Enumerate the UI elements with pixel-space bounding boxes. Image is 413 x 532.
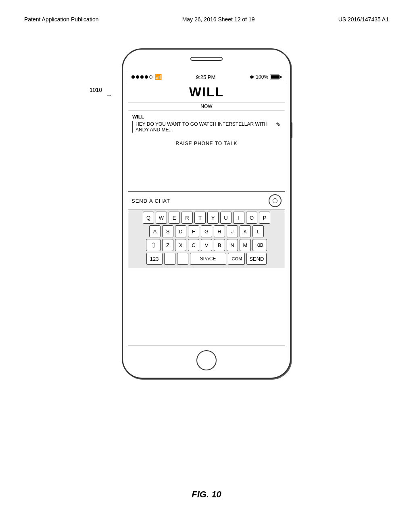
key-m[interactable]: M	[240, 239, 251, 251]
key-b[interactable]: B	[214, 239, 225, 251]
send-chat-input[interactable]: SEND A CHAT	[131, 198, 265, 204]
status-bar: 📶 9:25 PM ✱ 100%	[128, 72, 285, 82]
battery-percent: 100%	[256, 74, 268, 80]
message-area: WILL HEY DO YOU WANT TO GO WATCH INTERST…	[128, 111, 285, 191]
pencil-icon: ✎	[276, 121, 281, 128]
key-l[interactable]: L	[252, 225, 264, 237]
key-d[interactable]: D	[175, 225, 186, 237]
key-s[interactable]: S	[162, 225, 173, 237]
bluetooth-icon: ✱	[250, 74, 254, 80]
keyboard-row-1: Q W E R T Y U I O P	[130, 212, 283, 224]
message-sender: WILL	[132, 114, 281, 120]
key-a[interactable]: A	[149, 225, 161, 237]
key-123[interactable]: 123	[146, 253, 163, 265]
key-c[interactable]: C	[188, 239, 199, 251]
key-k[interactable]: K	[240, 225, 251, 237]
key-o[interactable]: O	[246, 212, 257, 224]
wifi-icon: 📶	[155, 74, 162, 80]
key-x[interactable]: X	[175, 239, 186, 251]
signal-dot-5	[149, 75, 152, 79]
circle-icon	[273, 198, 277, 203]
message-text: HEY DO YOU WANT TO GO WATCH INTERSTELLAR…	[136, 121, 281, 133]
key-blank-1[interactable]	[164, 253, 175, 265]
key-com[interactable]: .COM	[228, 253, 245, 265]
key-e[interactable]: E	[169, 212, 180, 224]
keyboard: Q W E R T Y U I O P A S D F G	[128, 210, 285, 268]
keyboard-row-4: 123 SPACE .COM SEND	[130, 253, 283, 265]
key-w[interactable]: W	[156, 212, 167, 224]
key-f[interactable]: F	[188, 225, 199, 237]
status-bar-right: ✱ 100%	[250, 74, 282, 80]
key-v[interactable]: V	[201, 239, 212, 251]
key-shift[interactable]: ⇧	[146, 239, 161, 251]
signal-dot-3	[140, 75, 144, 79]
key-t[interactable]: T	[194, 212, 206, 224]
annotation-arrow: →	[106, 92, 112, 99]
side-button[interactable]	[290, 122, 292, 138]
key-n[interactable]: N	[227, 239, 238, 251]
patent-header-center: May 26, 2016 Sheet 12 of 19	[182, 16, 255, 23]
patent-header-right: US 2016/147435 A1	[338, 16, 389, 23]
key-u[interactable]: U	[220, 212, 232, 224]
key-z[interactable]: Z	[162, 239, 173, 251]
home-button[interactable]	[196, 350, 217, 370]
keyboard-row-3: ⇧ Z X C V B N M ⌫	[130, 239, 283, 251]
key-q[interactable]: Q	[143, 212, 154, 224]
signal-dot-2	[136, 75, 139, 79]
key-send[interactable]: SEND	[246, 253, 267, 265]
signal-dot-1	[131, 75, 135, 79]
key-blank-2[interactable]	[177, 253, 188, 265]
key-i[interactable]: I	[233, 212, 244, 224]
key-space[interactable]: SPACE	[190, 253, 226, 265]
send-chat-bar: SEND A CHAT	[128, 191, 285, 210]
keyboard-row-2: A S D F G H J K L	[130, 225, 283, 237]
raise-phone-text: RAISE PHONE TO TALK	[132, 141, 281, 146]
status-time: 9:25 PM	[196, 74, 215, 80]
contact-name: WILL	[131, 85, 282, 100]
phone-body: 📶 9:25 PM ✱ 100% WILL	[122, 48, 291, 379]
send-chat-circle-button[interactable]	[269, 194, 282, 207]
key-j[interactable]: J	[227, 225, 238, 237]
battery-icon	[270, 75, 282, 79]
annotation-1010: 1010	[90, 87, 102, 93]
contact-name-area: WILL	[128, 82, 285, 102]
now-label: NOW	[128, 102, 285, 111]
key-h[interactable]: H	[214, 225, 225, 237]
key-r[interactable]: R	[181, 212, 193, 224]
key-g[interactable]: G	[201, 225, 212, 237]
message-bubble: HEY DO YOU WANT TO GO WATCH INTERSTELLAR…	[132, 121, 281, 133]
phone-speaker	[190, 57, 223, 61]
patent-header: Patent Application Publication May 26, 2…	[24, 16, 389, 23]
signal-dot-4	[145, 75, 148, 79]
key-y[interactable]: Y	[207, 212, 219, 224]
patent-header-left: Patent Application Publication	[24, 16, 98, 23]
phone-screen: 📶 9:25 PM ✱ 100% WILL	[128, 72, 285, 345]
key-backspace[interactable]: ⌫	[252, 239, 267, 251]
key-p[interactable]: P	[259, 212, 270, 224]
status-bar-left: 📶	[131, 74, 162, 80]
phone-container: 1010 → 📶 9:25 PM ✱ 1	[122, 48, 291, 379]
figure-label: FIG. 10	[192, 489, 221, 500]
